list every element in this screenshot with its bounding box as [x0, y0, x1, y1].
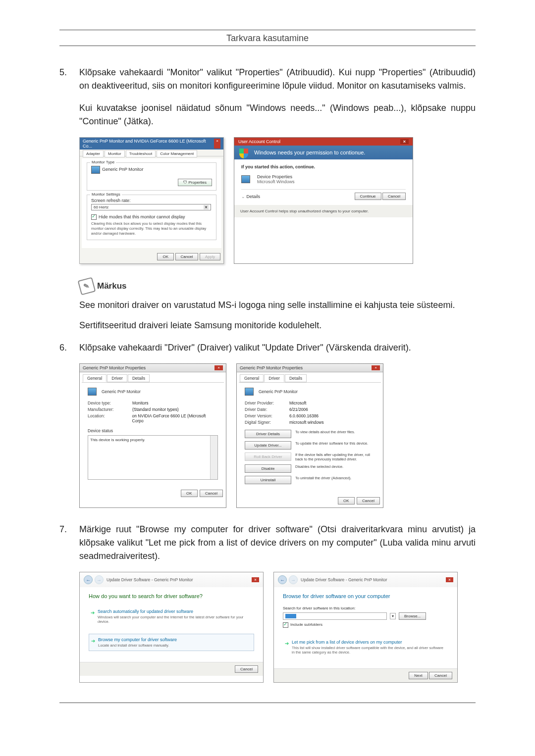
screenshot-row-2: Generic PnP Monitor Properties × General… — [79, 363, 476, 508]
tab-adapter[interactable]: Adapter — [83, 150, 104, 157]
note-block: ✎ Märkus See monitori draiver on varusta… — [79, 279, 476, 332]
close-icon[interactable]: × — [214, 365, 223, 370]
scrollbar[interactable] — [210, 436, 217, 479]
update-driver-desc: To update the driver software for this d… — [295, 441, 375, 446]
chevron-down-icon[interactable]: ▾ — [390, 613, 396, 619]
driver-details-button[interactable]: Driver Details — [245, 430, 291, 438]
monitor-icon — [245, 388, 254, 396]
uac-footer: User Account Control helps stop unauthor… — [234, 205, 413, 217]
cancel-button[interactable]: Cancel — [200, 490, 223, 497]
hide-modes-label: Hide modes that this monitor cannot disp… — [99, 214, 185, 219]
step-6-text: Klõpsake vahekaardi "Driver" (Draiver) v… — [79, 341, 476, 354]
arrow-icon: ➔ — [91, 610, 95, 615]
tab-details[interactable]: Details — [128, 374, 150, 382]
step-5-subtext: Kui kuvatakse joonisel näidatud sõnum "W… — [79, 101, 476, 128]
uac-device-properties: Device Properties — [257, 174, 295, 179]
browse-button[interactable]: Browse... — [399, 612, 426, 620]
back-arrow-icon[interactable]: ← — [278, 575, 287, 584]
shield-icon — [239, 149, 248, 158]
screenshot-row-1: Generic PnP Monitor and NVIDIA GeForce 6… — [79, 137, 476, 264]
ok-button[interactable]: OK — [338, 497, 355, 504]
monitor-properties-dialog: Generic PnP Monitor and NVIDIA GeForce 6… — [79, 137, 224, 264]
hide-modes-checkbox[interactable] — [91, 214, 97, 220]
cancel-button[interactable]: Cancel — [235, 665, 258, 673]
date-label: Driver Date: — [245, 407, 289, 412]
refresh-rate-label: Screen refresh rate: — [91, 198, 212, 203]
close-icon[interactable]: × — [446, 577, 453, 582]
wizard-crumb: Update Driver Software - Generic PnP Mon… — [107, 577, 193, 582]
monitor-icon — [91, 166, 100, 174]
refresh-rate-select[interactable]: 60 Hertz▾ — [91, 204, 211, 210]
rollback-desc: If the device fails after updating the d… — [295, 453, 375, 461]
continue-button[interactable]: Continue — [355, 193, 381, 200]
include-subfolders-checkbox[interactable] — [283, 622, 288, 628]
uninstall-desc: To uninstall the driver (Advanced). — [295, 476, 375, 480]
cancel-button[interactable]: Cancel — [357, 497, 380, 504]
ok-button[interactable]: OK — [181, 490, 198, 497]
tab-general[interactable]: General — [83, 374, 107, 382]
option-search-auto[interactable]: ➔ Search automatically for updated drive… — [89, 606, 254, 627]
uac-details[interactable]: Details — [247, 194, 261, 199]
update-driver-wizard-1: ← → Update Driver Software - Generic PnP… — [79, 572, 264, 682]
tab-monitor[interactable]: Monitor — [105, 150, 125, 157]
monitor-type-legend: Monitor Type — [90, 160, 116, 164]
wizard-heading: How do you want to search for driver sof… — [89, 593, 254, 599]
device-name: Generic PnP Monitor — [259, 389, 298, 394]
monitor-icon — [88, 388, 97, 396]
close-icon[interactable]: × — [372, 365, 380, 370]
tab-driver[interactable]: Driver — [264, 374, 284, 382]
date-value: 6/21/2006 — [289, 407, 308, 412]
monitor-icon — [241, 175, 250, 183]
driver-details-desc: To view details about the driver files. — [295, 430, 375, 434]
option-browse-computer[interactable]: ➔ Browse my computer for driver software… — [89, 634, 254, 651]
tab-troubleshoot[interactable]: Troubleshoot — [126, 150, 156, 157]
dialog-title: Generic PnP Monitor Properties — [83, 365, 146, 370]
uninstall-button[interactable]: Uninstall — [245, 476, 291, 484]
include-subfolders-label: Include subfolders — [290, 622, 322, 627]
update-driver-wizard-2: ← → Update Driver Software - Generic PnP… — [273, 572, 458, 682]
monitor-name: Generic PnP Monitor — [102, 167, 143, 172]
option-desc: Locate and install driver software manua… — [98, 643, 252, 648]
option-pick-from-list[interactable]: ➔ Let me pick from a list of device driv… — [283, 637, 448, 657]
dialog-title: Generic PnP Monitor Properties — [240, 365, 303, 370]
step-5-text: Klõpsake vahekaardi "Monitor" valikut "P… — [79, 66, 476, 93]
step-5-number: 5. — [59, 66, 79, 93]
update-driver-button[interactable]: Update Driver... — [245, 441, 291, 450]
arrow-icon: ➔ — [91, 638, 95, 644]
monitor-props-driver-dialog: Generic PnP Monitor Properties × General… — [236, 363, 383, 508]
cancel-button[interactable]: Cancel — [175, 253, 199, 260]
chevron-down-icon[interactable]: ⌄ — [241, 194, 245, 199]
uac-line1: If you started this action, continue. — [241, 164, 406, 169]
disable-button[interactable]: Disable — [245, 464, 291, 473]
version-label: Driver Version: — [245, 413, 289, 418]
close-icon[interactable]: × — [214, 139, 220, 149]
signer-value: microsoft windows — [289, 420, 323, 425]
note-paragraph-1: See monitori draiver on varustatud MS-i … — [79, 299, 476, 312]
rollback-button[interactable]: Roll Back Driver — [245, 453, 291, 461]
cancel-button[interactable]: Cancel — [382, 193, 406, 200]
back-arrow-icon[interactable]: ← — [84, 575, 93, 584]
uac-banner: Windows needs your permission to contion… — [234, 146, 413, 159]
tab-color-mgmt[interactable]: Color Management — [157, 150, 197, 157]
option-desc: This list will show installed driver sof… — [292, 646, 446, 655]
note-icon: ✎ — [78, 277, 96, 296]
properties-button[interactable]: 🛡 Properties — [178, 179, 212, 186]
apply-button[interactable]: Apply — [200, 253, 220, 260]
close-icon[interactable]: × — [252, 577, 259, 582]
path-input[interactable] — [283, 612, 387, 620]
step-6-number: 6. — [59, 341, 79, 354]
chevron-down-icon: ▾ — [204, 205, 209, 209]
close-icon[interactable]: × — [400, 139, 409, 144]
location-value: on NVIDIA GeForce 6600 LE (Microsoft Cor… — [132, 413, 218, 423]
tab-details[interactable]: Details — [285, 374, 307, 382]
screenshot-row-3: ← → Update Driver Software - Generic PnP… — [79, 572, 476, 682]
monitor-settings-legend: Monitor Settings — [90, 192, 122, 197]
cancel-button[interactable]: Cancel — [429, 672, 452, 679]
tab-general[interactable]: General — [240, 374, 264, 382]
manufacturer-value: (Standard monitor types) — [132, 407, 179, 412]
location-label: Location: — [88, 413, 132, 423]
next-button[interactable]: Next — [409, 672, 428, 679]
tab-driver[interactable]: Driver — [107, 374, 127, 382]
ok-button[interactable]: OK — [157, 253, 174, 260]
option-title: Search automatically for updated driver … — [98, 609, 252, 614]
